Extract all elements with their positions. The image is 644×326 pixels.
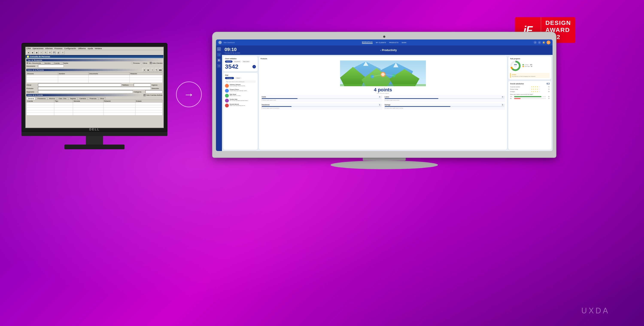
menu-configuracion[interactable]: Configuración (64, 47, 76, 49)
sidebar-home[interactable]: ⌂ (217, 47, 221, 51)
window-icon (27, 55, 29, 58)
duedate-value: 14 (531, 66, 532, 67)
sidebar-chart[interactable]: 📊 (217, 58, 221, 62)
nav-items: WORKSPACE MY CLIENTS PRODUCTS BANK (236, 41, 532, 44)
nav-products[interactable]: PRODUCTS (389, 42, 398, 43)
segmento-input[interactable] (38, 90, 133, 93)
oficial-input[interactable] (38, 83, 121, 86)
radio-cuenta-input[interactable] (52, 62, 54, 64)
task-stats: In time 272 Due date 14 (522, 64, 532, 67)
tab-general[interactable]: General (26, 97, 36, 100)
menu-operaciones[interactable]: Operaciones (33, 47, 44, 49)
checkbox-solo-clientes[interactable]: Sólo Clientes (150, 62, 162, 64)
recommend-section: Does your clients recommend the bank? Ye… (510, 94, 550, 99)
persona-tb-5[interactable]: ▶▶ (159, 68, 162, 72)
telefono-input[interactable] (134, 83, 151, 86)
monitor-bezel: CRM Operaciones Informes Procesos Config… (22, 43, 168, 132)
radio-otros[interactable]: Otros (141, 62, 147, 64)
cv-tabs: Selected By phone New client (225, 60, 256, 63)
radio-otros-input[interactable] (141, 62, 142, 64)
sidebar-users[interactable]: 👥 (217, 53, 221, 57)
chat-avatar-3 (225, 94, 229, 98)
toolbar-btn-5[interactable]: ✎ (44, 51, 48, 54)
menu-ventana[interactable]: Ventana (95, 47, 102, 49)
cv-arrow-btn[interactable]: > (252, 65, 256, 68)
toolbar-btn-8[interactable]: 🖨 (56, 51, 60, 54)
chat-msg-3: Dale Shaw When there is a time... (225, 94, 256, 98)
radio-tarjeta-input[interactable] (61, 62, 63, 64)
checkbox-solo-activas-box[interactable] (144, 94, 146, 96)
nav-workspace[interactable]: WORKSPACE (362, 41, 373, 44)
radio-nro-doc[interactable]: Nro. Documento (26, 62, 41, 64)
if-badge-line1: DESIGN (546, 20, 571, 26)
product-cards-header: Cards 2 cr (262, 96, 382, 98)
radio-tarjeta[interactable]: Tarjeta (61, 62, 68, 64)
tab-prestamos[interactable]: Préstamos (36, 97, 47, 100)
toolbar-btn-3[interactable]: ▶ (35, 51, 39, 54)
cv-number-row: 3542 > (225, 64, 256, 70)
products-card: Products (259, 56, 507, 150)
product-insurances-progress-bar (262, 106, 382, 107)
chat-msg-1: Anthony Johnson Great working! These are… (225, 84, 256, 88)
nav-bank[interactable]: BANK (402, 42, 406, 43)
user-avatar[interactable]: U (546, 40, 550, 44)
nav-my-clients[interactable]: MY CLIENTS (376, 42, 386, 43)
mountain-svg (260, 60, 505, 86)
menu-crm[interactable]: CRM (26, 47, 31, 49)
persona-tb-1[interactable]: ◄ (142, 68, 146, 72)
menu-procesos[interactable]: Procesos (54, 47, 63, 49)
segmento-label: Segmento (26, 91, 37, 93)
menu-informes[interactable]: Informes (45, 47, 53, 49)
table-row (26, 102, 162, 105)
tab-otros[interactable]: Otros (98, 97, 106, 100)
product-cards-count: 2 cr (379, 96, 382, 98)
cv-tab-new[interactable]: New client (242, 60, 250, 63)
radio-cuenta[interactable]: Cuenta (52, 62, 60, 64)
sidebar-settings[interactable]: ⚙ (217, 64, 221, 68)
menu-ayuda[interactable]: Ayuda (88, 47, 93, 49)
chat-search-box[interactable]: 🔍 Type here to find colleagues (225, 80, 256, 83)
promotor-input[interactable] (38, 87, 151, 90)
tab-cambios[interactable]: Cambios (78, 97, 88, 100)
toolbar-btn-1[interactable]: ◄ (26, 51, 30, 54)
cv-tab-selected[interactable]: Selected (225, 60, 232, 63)
toolbar-btn-4[interactable]: + (39, 51, 43, 54)
cv-tab-phone[interactable]: By phone (233, 60, 241, 63)
chat-msg-text-1: Great working! These are the... (230, 85, 246, 87)
stars-3: ★ ★ ★ ★ ★ (531, 91, 540, 92)
persona-tb-4[interactable]: ✎ (154, 68, 158, 72)
tab-ctas-cles[interactable]: Ctas. Cles (57, 97, 68, 100)
documento-input[interactable] (38, 64, 64, 67)
tab-tarjetas[interactable]: Tarjetas (68, 97, 78, 100)
section-busqueda: Tipo de Búsqueda (26, 59, 162, 61)
toolbar-btn-6[interactable]: ✕ (48, 51, 52, 54)
satisfaction-row-2: Product range ★ ★ ★ ★ ★ 70 (510, 88, 550, 90)
chat-compose-btn[interactable]: Compose (225, 77, 234, 79)
notifications-icon-btn[interactable]: 🔔 (542, 41, 545, 44)
add-icon-btn[interactable]: + (538, 41, 541, 44)
product-cards-progress-bar (262, 98, 382, 99)
product-savings-count: 3 cr (502, 104, 504, 105)
tab-finanzas[interactable]: Finanzas (88, 97, 98, 100)
persona-tb-2[interactable]: ▶ (146, 68, 150, 72)
toolbar-btn-7[interactable]: 💾 (52, 51, 56, 54)
radio-persona[interactable]: Persona (131, 62, 140, 64)
help-icon-btn[interactable]: ? (534, 41, 537, 44)
chat-msg-content-5: Roselle Barrett Make sure everything you… (230, 104, 246, 106)
checkbox-solo-activas[interactable]: Sólo Cuentas Activas (144, 94, 162, 96)
toolbar-btn-9[interactable]: ? (61, 51, 64, 54)
tab-ahorros[interactable]: Ahorros (48, 97, 57, 100)
chat-client-btn[interactable]: Client (235, 77, 242, 79)
radio-persona-input[interactable] (131, 62, 133, 64)
persona-tb-3[interactable]: + (150, 68, 154, 72)
menu-utilitarios[interactable]: Utilitarios (78, 47, 86, 49)
product-loans-count: 2 cr (502, 96, 504, 98)
radio-nombre[interactable]: Nombre (42, 62, 50, 64)
recommend-yes-label: Yes (510, 96, 513, 97)
win-toolbar: ◄ ■ ▶ + ✎ ✕ 💾 🖨 ? (26, 50, 163, 55)
checkbox-solo-clientes-box[interactable] (150, 62, 152, 64)
toolbar-btn-2[interactable]: ■ (31, 51, 34, 54)
categoria-input[interactable] (145, 90, 162, 93)
radio-nro-doc-input[interactable] (26, 62, 28, 64)
radio-nombre-input[interactable] (42, 62, 44, 64)
